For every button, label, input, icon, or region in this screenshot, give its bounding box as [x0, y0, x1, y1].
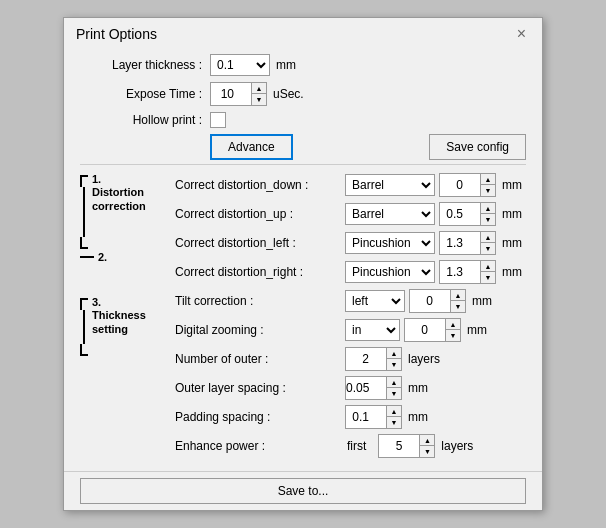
field-row-7: Outer layer spacing : ▲ ▼ mm	[175, 376, 526, 400]
tilt-correction-select[interactable]: leftright	[345, 290, 405, 312]
field-controls-4: leftright ▲ ▼ mm	[345, 289, 492, 313]
distortion-left-select[interactable]: BarrelPincushion	[345, 232, 435, 254]
hollow-print-label: Hollow print :	[80, 113, 210, 127]
outer-spacing-input[interactable]	[346, 377, 386, 399]
dr-down[interactable]: ▼	[481, 272, 495, 283]
padding-input[interactable]	[346, 406, 386, 428]
thickness-text: Thicknesssetting	[92, 308, 146, 337]
field-controls-7: ▲ ▼ mm	[345, 376, 428, 400]
distortion-right-input[interactable]	[440, 261, 480, 283]
field-controls-6: ▲ ▼ layers	[345, 347, 440, 371]
zoom-spin: ▲ ▼	[445, 319, 460, 341]
dr-up[interactable]: ▲	[481, 261, 495, 272]
print-options-dialog: Print Options × Layer thickness : 0.1 mm…	[63, 17, 543, 511]
dd-spin: ▲ ▼	[480, 174, 495, 196]
layer-thickness-row: Layer thickness : 0.1 mm	[80, 54, 526, 76]
ep-up[interactable]: ▲	[420, 435, 434, 446]
distortion-text: Distortioncorrection	[92, 185, 146, 214]
field-row-9: Enhance power : first ▲ ▼ layers	[175, 434, 526, 458]
distortion-down-input[interactable]	[440, 174, 480, 196]
zoom-up[interactable]: ▲	[446, 319, 460, 330]
dl-spin: ▲ ▼	[480, 232, 495, 254]
hollow-print-row: Hollow print :	[80, 112, 526, 128]
enhance-input[interactable]	[379, 435, 419, 457]
main-area: 1. Distortioncorrection 2.	[80, 169, 526, 463]
expose-time-down[interactable]: ▼	[252, 94, 266, 105]
padding-spinner: ▲ ▼	[345, 405, 402, 429]
layer-thickness-select[interactable]: 0.1	[210, 54, 270, 76]
ep-down[interactable]: ▼	[420, 446, 434, 457]
field-row-8: Padding spacing : ▲ ▼ mm	[175, 405, 526, 429]
thickness-num: 3.	[92, 296, 146, 308]
digital-zoom-select[interactable]: inout	[345, 319, 400, 341]
distortion-up-select[interactable]: BarrelPincushion	[345, 203, 435, 225]
distortion-label-group: 1. Distortioncorrection	[92, 173, 146, 214]
dr-unit: mm	[502, 265, 522, 279]
save-to-button[interactable]: Save to...	[80, 478, 526, 504]
os-unit: mm	[408, 381, 428, 395]
ep-spin: ▲ ▼	[419, 435, 434, 457]
distortion-up-input[interactable]	[440, 203, 480, 225]
zoom-input[interactable]	[405, 319, 445, 341]
tilt-down[interactable]: ▼	[451, 301, 465, 312]
outer-spacing-spinner: ▲ ▼	[345, 376, 402, 400]
bracket-distortion	[80, 175, 88, 249]
du-up[interactable]: ▲	[481, 203, 495, 214]
tilt-up[interactable]: ▲	[451, 290, 465, 301]
distortion-left-input[interactable]	[440, 232, 480, 254]
field-controls-1: BarrelPincushion ▲ ▼ mm	[345, 202, 522, 226]
save-config-button[interactable]: Save config	[429, 134, 526, 160]
side-annotations: 1. Distortioncorrection 2.	[80, 173, 175, 463]
os-down[interactable]: ▼	[387, 388, 401, 399]
field-label-7: Outer layer spacing :	[175, 381, 345, 395]
dd-down[interactable]: ▼	[481, 185, 495, 196]
bracket-thickness	[80, 298, 88, 356]
field-controls-8: ▲ ▼ mm	[345, 405, 428, 429]
layer-thickness-unit: mm	[276, 58, 296, 72]
tilt-line	[80, 256, 94, 258]
expose-time-label: Expose Time :	[80, 87, 210, 101]
expose-time-spinner: ▲ ▼	[210, 82, 267, 106]
field-label-1: Correct distortion_up :	[175, 207, 345, 221]
ps-up[interactable]: ▲	[387, 406, 401, 417]
du-spin: ▲ ▼	[480, 203, 495, 225]
close-button[interactable]: ×	[513, 26, 530, 42]
expose-time-row: Expose Time : ▲ ▼ uSec.	[80, 82, 526, 106]
distortion-left-spinner: ▲ ▼	[439, 231, 496, 255]
thickness-label-group: 3. Thicknesssetting	[92, 296, 146, 337]
distortion-right-select[interactable]: BarrelPincushion	[345, 261, 435, 283]
tilt-spin: ▲ ▼	[450, 290, 465, 312]
distortion-down-spinner: ▲ ▼	[439, 173, 496, 197]
os-spin: ▲ ▼	[386, 377, 401, 399]
field-row-3: Correct distortion_right : BarrelPincush…	[175, 260, 526, 284]
advance-button[interactable]: Advance	[210, 134, 293, 160]
bracket-mid	[83, 187, 85, 237]
dl-down[interactable]: ▼	[481, 243, 495, 254]
hollow-print-checkbox[interactable]	[210, 112, 226, 128]
expose-time-up[interactable]: ▲	[252, 83, 266, 94]
enhance-spinner: ▲ ▼	[378, 434, 435, 458]
du-down[interactable]: ▼	[481, 214, 495, 225]
zoom-down[interactable]: ▼	[446, 330, 460, 341]
on-up[interactable]: ▲	[387, 348, 401, 359]
field-label-5: Digital zooming :	[175, 323, 345, 337]
annotation-thickness: 3. Thicknesssetting	[80, 296, 171, 356]
zoom-unit: mm	[467, 323, 487, 337]
tilt-input[interactable]	[410, 290, 450, 312]
expose-time-input[interactable]	[211, 83, 251, 105]
outer-num-input[interactable]	[346, 348, 386, 370]
tilt-num: 2.	[98, 251, 107, 263]
dl-up[interactable]: ▲	[481, 232, 495, 243]
dd-up[interactable]: ▲	[481, 174, 495, 185]
field-row-6: Number of outer : ▲ ▼ layers	[175, 347, 526, 371]
on-down[interactable]: ▼	[387, 359, 401, 370]
os-up[interactable]: ▲	[387, 377, 401, 388]
distortion-down-select[interactable]: BarrelPincushion	[345, 174, 435, 196]
ps-down[interactable]: ▼	[387, 417, 401, 428]
expose-time-spin-buttons: ▲ ▼	[251, 83, 266, 105]
field-label-2: Correct distortion_left :	[175, 236, 345, 250]
field-row-4: Tilt correction : leftright ▲ ▼ mm	[175, 289, 526, 313]
spacer1	[80, 265, 171, 294]
du-unit: mm	[502, 207, 522, 221]
field-label-4: Tilt correction :	[175, 294, 345, 308]
